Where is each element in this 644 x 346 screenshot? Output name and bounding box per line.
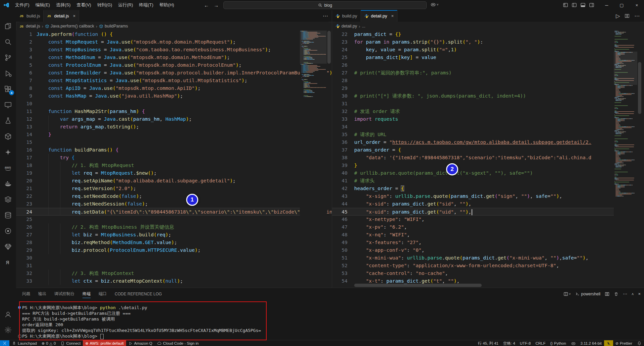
code-line-27[interactable]: 27let biz = MtopBusiness.build(req); <box>16 231 300 239</box>
code-line-14[interactable]: 14} <box>16 131 300 138</box>
vertical-scrollbar-left[interactable] <box>327 31 331 64</box>
code-line-25[interactable]: 25 <box>16 216 300 223</box>
more-actions-icon[interactable]: ⋯ <box>634 13 640 19</box>
editor-group-divider[interactable] <box>332 10 332 288</box>
menu-文件(F)[interactable]: 文件(F) <box>12 0 33 10</box>
back-icon[interactable]: ← <box>204 2 209 8</box>
search-icon[interactable] <box>0 35 16 49</box>
split-editor-icon[interactable] <box>625 13 630 18</box>
layers-icon[interactable] <box>0 193 16 206</box>
ai-sparkle-icon[interactable] <box>0 146 16 159</box>
menu-查看(V)[interactable]: 查看(V) <box>73 0 94 10</box>
account-icon[interactable] <box>0 308 16 321</box>
panel-tab-调试控制台[interactable]: 调试控制台 <box>51 288 78 300</box>
code-line-47[interactable]: 47"x-pv": "6.2", <box>332 223 614 231</box>
code-line-53[interactable]: 53"cache-control": "no-cache", <box>332 270 614 277</box>
code-line-37[interactable]: 37params_order = { <box>332 146 614 154</box>
horizontal-scrollbar-right[interactable] <box>354 284 482 287</box>
code-line-24[interactable]: 24key, value = param.split("=",1) <box>332 46 614 54</box>
tab-build.py[interactable]: build.py <box>332 10 361 22</box>
customize-layout-icon[interactable] <box>589 2 594 8</box>
status-cursor-position[interactable]: 行 45, 列 41 <box>476 340 501 346</box>
code-line-44[interactable]: 44"x-sid": params_dict.get("sid", ""), <box>332 200 614 208</box>
code-line-36[interactable]: 36url_order = "https://acs.m.taobao.com/… <box>332 138 614 146</box>
status-language-mode[interactable]: {}Python <box>548 340 568 346</box>
code-line-51[interactable]: 51"x-mini-wua": urllib.parse.quote(param… <box>332 254 614 262</box>
close-tab-icon[interactable]: × <box>391 13 394 18</box>
code-line-46[interactable]: 46"x-nettype": "WIFI", <box>332 216 614 223</box>
powershell-terminal-item[interactable]: powershell <box>575 292 600 296</box>
code-line-48[interactable]: 48"x-nq": "WIFI", <box>332 231 614 239</box>
status-amazon-q[interactable]: Amazon Q <box>126 340 155 346</box>
code-line-2[interactable]: 2const MtopRequest = Java.use("mtopsdk.m… <box>16 38 300 46</box>
code-line-6[interactable]: 6const InnerBuilder = Java.use("mtopsdk.… <box>16 69 300 77</box>
panel-maximize-icon[interactable]: ˄ <box>632 292 634 296</box>
code-line-12[interactable]: 12var args_map = Java.cast(params_hm, Ha… <box>16 115 300 123</box>
menu-运行(R)[interactable]: 运行(R) <box>115 0 136 10</box>
package-icon[interactable] <box>0 130 16 143</box>
code-line-28[interactable]: 28 <box>332 77 614 84</box>
code-line-30[interactable]: 30 <box>16 254 300 262</box>
status-remote-indicator[interactable] <box>0 340 9 346</box>
database-icon[interactable] <box>0 209 16 222</box>
code-line-8[interactable]: 8const ApiID = Java.use("mtopsdk.mtop.co… <box>16 84 300 92</box>
maximize-button[interactable]: ▢ <box>614 0 629 10</box>
code-line-4[interactable]: 4const MethodEnum = Java.use("mtopsdk.mt… <box>16 54 300 61</box>
code-line-23[interactable]: 23req.setNeedSession(false); <box>16 200 300 208</box>
code-line-18[interactable]: 18// 1. 构造 MtopRequest <box>16 162 300 169</box>
panel-tab-端口[interactable]: 端口 <box>95 288 110 300</box>
status-prettier[interactable]: ⊘Prettier <box>613 340 635 346</box>
status-cloud-code[interactable]: Cloud Code - Sign in <box>155 340 201 346</box>
code-line-29[interactable]: 29biz.protocol(ProtocolEnum.HTTPSECURE.v… <box>16 246 300 254</box>
code-line-21[interactable]: 21req.setVersion("2.0"); <box>16 185 300 192</box>
code-line-39[interactable]: 39} <box>332 162 614 169</box>
code-line-5[interactable]: 5const ProtocolEnum = Java.use("mtopsdk.… <box>16 61 300 69</box>
menu-转到(G)[interactable]: 转到(G) <box>94 0 115 10</box>
explorer-icon[interactable] <box>0 19 16 33</box>
vertical-scrollbar-right[interactable] <box>638 62 641 114</box>
code-line-33[interactable]: 33let ctx = biz.createMtopContext(null); <box>16 277 300 285</box>
status-aws-profile[interactable]: ⊗AWS: profile:default <box>83 340 126 346</box>
code-line-41[interactable]: 41# 请求头 <box>332 177 614 185</box>
menu-选择(S)[interactable]: 选择(S) <box>53 0 73 10</box>
code-line-32[interactable]: 32# 发送 order 请求 <box>332 108 614 115</box>
code-line-7[interactable]: 7const MtopStatistics = Java.use("mtopsd… <box>16 77 300 84</box>
code-line-25[interactable]: 25params_dict[key] = value <box>332 54 614 61</box>
run-file-icon[interactable]: ▷ <box>616 13 620 19</box>
code-line-16[interactable]: 16function buildParams() { <box>16 146 300 154</box>
breadcrumb-item[interactable]: buildParams <box>99 24 128 28</box>
status-encoding[interactable]: UTF-8 <box>518 340 533 346</box>
kill-terminal-icon[interactable] <box>614 292 619 296</box>
editor-left[interactable]: 1Java.perform(function () {2const MtopRe… <box>16 31 332 288</box>
code-line-31[interactable]: 31 <box>16 262 300 270</box>
split-terminal-icon[interactable] <box>605 292 609 296</box>
status-notifications-bell[interactable] <box>635 340 644 346</box>
menu-编辑(E)[interactable]: 编辑(E) <box>33 0 53 10</box>
live-circle-icon[interactable] <box>0 224 16 238</box>
minimap-left[interactable] <box>300 31 327 288</box>
panel-more-icon[interactable]: ⋯ <box>623 291 627 296</box>
status-launchpad[interactable]: Launchpad <box>9 340 39 346</box>
code-line-30[interactable]: 30# print("[*] 请求参数: ", json.dumps(param… <box>332 92 614 100</box>
testing-icon[interactable] <box>0 114 16 127</box>
code-line-29[interactable]: 29 <box>332 84 614 92</box>
code-line-15[interactable]: 15 <box>16 138 300 146</box>
code-line-13[interactable]: 13return args_map.toString(); <box>16 123 300 131</box>
minimize-button[interactable]: ─ <box>599 0 614 10</box>
code-line-42[interactable]: 42headers_order = { <box>332 185 614 192</box>
code-line-24[interactable]: 24req.setData("{\"itemId\":\"89844586731… <box>16 208 300 216</box>
code-line-34[interactable]: 34 <box>332 123 614 131</box>
code-line-38[interactable]: 38"data": '{"itemId":"898445867318","sce… <box>332 154 614 162</box>
toggle-sidebar-icon[interactable] <box>563 2 568 8</box>
source-control-icon[interactable] <box>0 51 16 64</box>
code-line-50[interactable]: 50"x-app-conf-v": "0", <box>332 246 614 254</box>
tab-detail.py[interactable]: detail.py× <box>361 10 397 22</box>
code-line-31[interactable]: 31 <box>332 100 614 108</box>
run-debug-icon[interactable] <box>0 67 16 80</box>
docker-icon[interactable] <box>0 177 16 190</box>
status-python-interpreter[interactable]: 3.11.2 64-bit <box>578 340 604 346</box>
code-line-35[interactable]: 35# 请求的 URL <box>332 131 614 138</box>
tab-detail.js[interactable]: JSdetail.js× <box>44 10 79 22</box>
menu-帮助(H)[interactable]: 帮助(H) <box>156 0 177 10</box>
extensions-icon[interactable]: 4 <box>0 82 16 96</box>
